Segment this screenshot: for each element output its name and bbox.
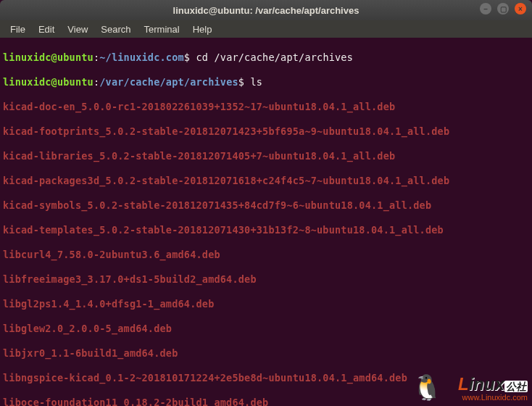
menu-terminal[interactable]: Terminal (138, 22, 186, 36)
prompt-line: linuxidc@ubuntu:/var/cache/apt/archives$… (3, 76, 529, 88)
prompt-sigil: $ (184, 51, 190, 63)
file-entry: kicad-footprints_5.0.2-stable-2018120714… (3, 125, 529, 138)
file-entry: kicad-symbols_5.0.2-stable-201812071435+… (3, 199, 529, 212)
prompt-line: linuxidc@ubuntu:~/linuxidc.com$ cd /var/… (3, 51, 529, 64)
prompt-sep: : (93, 51, 99, 63)
file-entry: liboce-foundation11_0.18.2-2build1_amd64… (3, 397, 529, 406)
file-entry: libgl2ps1.4_1.4.0+dfsg1-1_amd64.deb (3, 298, 529, 310)
menu-help[interactable]: Help (187, 22, 218, 36)
menubar: File Edit View Search Terminal Help (0, 20, 532, 38)
file-entry: kicad-libraries_5.0.2-stable-20181207140… (3, 150, 529, 162)
file-entry: kicad-packages3d_5.0.2-stable-2018120716… (3, 175, 529, 187)
maximize-button[interactable]: ▢ (497, 3, 509, 14)
command-text: cd /var/cache/apt/archives (196, 51, 354, 63)
file-entry: kicad-doc-en_5.0.0-rc1-201802261039+1352… (3, 101, 529, 113)
file-entry: libfreeimage3_3.17.0+ds1-5build2_amd64.d… (3, 273, 529, 286)
menu-file[interactable]: File (4, 22, 31, 36)
prompt-sigil: $ (238, 76, 244, 88)
prompt-path: ~/linuxidc.com (99, 51, 184, 63)
prompt-path: /var/cache/apt/archives (99, 76, 238, 88)
file-entry: libngspice-kicad_0.1-2~201810171224+2e5b… (3, 372, 529, 384)
titlebar: linuxidc@ubuntu: /var/cache/apt/archives… (0, 0, 532, 20)
file-entry: libglew2.0_2.0.0-5_amd64.deb (3, 323, 529, 335)
file-entry: kicad-templates_5.0.2-stable-20181207143… (3, 224, 529, 236)
terminal-output[interactable]: linuxidc@ubuntu:~/linuxidc.com$ cd /var/… (0, 38, 532, 406)
window-controls: – ▢ × (480, 3, 526, 14)
prompt-userhost: linuxidc@ubuntu (3, 51, 93, 63)
menu-search[interactable]: Search (95, 22, 136, 36)
prompt-userhost: linuxidc@ubuntu (3, 76, 93, 88)
file-entry: libjxr0_1.1-6build1_amd64.deb (3, 347, 529, 360)
menu-edit[interactable]: Edit (33, 22, 60, 36)
file-entry: libcurl4_7.58.0-2ubuntu3.6_amd64.deb (3, 249, 529, 261)
prompt-sep: : (93, 76, 99, 88)
window-title: linuxidc@ubuntu: /var/cache/apt/archives (173, 5, 359, 16)
command-text: ls (250, 76, 262, 88)
minimize-button[interactable]: – (480, 3, 491, 14)
menu-view[interactable]: View (62, 22, 93, 36)
close-button[interactable]: × (515, 3, 526, 14)
